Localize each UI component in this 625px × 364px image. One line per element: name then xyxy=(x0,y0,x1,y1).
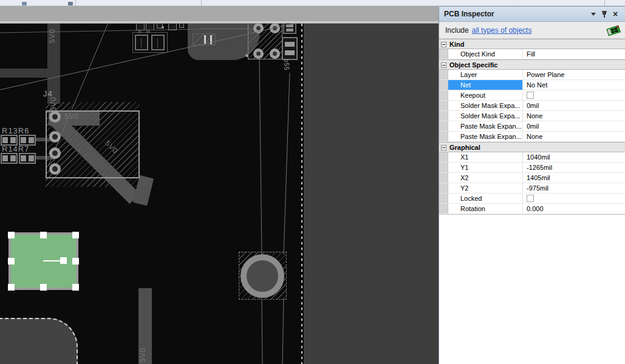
property-row-locked[interactable]: Locked xyxy=(439,194,625,204)
property-row-solder-mask-expa[interactable]: Solder Mask Expa...None xyxy=(439,111,625,121)
connector-pad-3[interactable] xyxy=(49,147,61,159)
property-value[interactable]: 0mil xyxy=(522,101,625,110)
include-types-link[interactable]: all types of objects xyxy=(472,26,606,35)
section-header-object-specific[interactable]: Object Specific xyxy=(439,59,625,70)
net-label-5v0[interactable]: 5V0 xyxy=(49,96,58,111)
property-value[interactable]: -975mil xyxy=(522,183,625,193)
property-row-paste-mask-expan[interactable]: Paste Mask Expan...None xyxy=(439,132,625,142)
collapse-icon[interactable] xyxy=(441,62,446,68)
property-label[interactable]: Y2 xyxy=(448,183,522,193)
component-pad[interactable] xyxy=(286,24,293,27)
connector-pad-2[interactable] xyxy=(49,131,61,143)
property-label[interactable]: Net xyxy=(448,80,522,90)
connector-pad-1[interactable] xyxy=(49,111,61,123)
property-value[interactable]: 1040mil xyxy=(522,152,625,162)
property-row-solder-mask-expa[interactable]: Solder Mask Expa...0mil xyxy=(439,101,625,111)
component-small[interactable] xyxy=(283,24,296,34)
checkbox-keepout[interactable] xyxy=(527,92,534,99)
property-row-x1[interactable]: X11040mil xyxy=(439,152,625,163)
component-2pad[interactable] xyxy=(282,37,298,60)
property-row-keepout[interactable]: Keepout xyxy=(439,90,625,101)
property-label[interactable]: Layer xyxy=(448,70,522,79)
selection-handle[interactable] xyxy=(8,284,15,291)
panel-titlebar[interactable]: PCB Inspector × xyxy=(439,7,625,22)
property-value[interactable]: None xyxy=(522,111,625,121)
property-row-x2[interactable]: X21405mil xyxy=(439,173,625,183)
section-header-kind[interactable]: Kind xyxy=(439,39,625,49)
property-label[interactable]: Solder Mask Expa... xyxy=(448,111,522,121)
selected-fill-object[interactable] xyxy=(11,235,76,288)
panel-menu-button[interactable] xyxy=(589,9,598,19)
selection-handle[interactable] xyxy=(8,232,15,238)
selection-handle[interactable] xyxy=(8,258,15,265)
net-label-5v0[interactable]: 5V0 xyxy=(64,112,79,121)
component-pad[interactable] xyxy=(285,42,295,47)
pcb-editor-canvas[interactable]: 5V05V05V05V05V0J4R13R6R14R7b55 xyxy=(0,24,439,364)
property-label[interactable]: Paste Mask Expan... xyxy=(448,121,522,131)
rotation-handle[interactable] xyxy=(60,257,67,264)
property-value[interactable]: -1265mil xyxy=(522,163,625,172)
selection-handle[interactable] xyxy=(72,258,79,265)
rect-pad[interactable] xyxy=(151,35,165,50)
resistor-r7[interactable] xyxy=(19,153,36,164)
tiny-component[interactable] xyxy=(146,24,154,30)
net-label-5v0[interactable]: 5V0 xyxy=(138,348,147,362)
property-value[interactable]: 0.000 xyxy=(522,204,625,214)
designator-label-r14r7[interactable]: R14R7 xyxy=(2,144,29,153)
property-label[interactable]: Locked xyxy=(448,194,522,203)
rect-pad[interactable] xyxy=(135,35,148,50)
property-label[interactable]: X1 xyxy=(448,152,522,162)
tiny-component[interactable] xyxy=(179,24,184,28)
property-label[interactable]: Solder Mask Expa... xyxy=(448,101,522,110)
designator-label-j4[interactable]: J4 xyxy=(43,89,53,98)
small-hatched-pad[interactable] xyxy=(193,33,216,46)
tiny-component[interactable] xyxy=(168,24,177,30)
selection-handle[interactable] xyxy=(72,232,79,238)
component-pad[interactable] xyxy=(253,49,264,59)
property-label[interactable]: Rotation xyxy=(448,204,522,214)
component-pad[interactable] xyxy=(286,29,293,32)
property-value[interactable] xyxy=(522,194,625,203)
tiny-component[interactable] xyxy=(136,24,145,30)
component-4pad[interactable] xyxy=(248,24,282,59)
property-label[interactable]: Keepout xyxy=(448,90,522,100)
panel-pin-button[interactable] xyxy=(599,9,609,19)
panel-close-button[interactable]: × xyxy=(610,9,620,19)
property-row-rotation[interactable]: Rotation0.000 xyxy=(439,204,625,214)
power-plane-region[interactable] xyxy=(304,24,439,364)
property-value[interactable]: 1405mil xyxy=(522,173,625,183)
property-row-paste-mask-expan[interactable]: Paste Mask Expan...0mil xyxy=(439,121,625,132)
property-row-object-kind[interactable]: Object KindFill xyxy=(439,49,625,59)
property-value[interactable] xyxy=(522,90,625,100)
collapse-icon[interactable] xyxy=(441,42,446,47)
property-label[interactable]: X2 xyxy=(448,173,522,183)
property-value[interactable]: None xyxy=(522,132,625,141)
net-label-5v0[interactable]: 5V0 xyxy=(48,29,56,43)
property-row-y1[interactable]: Y1-1265mil xyxy=(439,163,625,173)
component-pad[interactable] xyxy=(270,24,280,33)
connector-pad-4[interactable] xyxy=(49,163,61,175)
component-pad[interactable] xyxy=(270,49,280,59)
collapse-icon[interactable] xyxy=(441,145,446,150)
property-row-layer[interactable]: LayerPower Plane xyxy=(439,70,625,80)
via-pad[interactable] xyxy=(241,254,284,298)
toolbar-icon[interactable] xyxy=(68,2,73,5)
property-value[interactable]: Power Plane xyxy=(522,70,625,79)
property-value[interactable]: No Net xyxy=(522,80,625,90)
property-label[interactable]: Object Kind xyxy=(448,49,522,59)
selection-handle[interactable] xyxy=(40,232,47,238)
toolbar-icon[interactable] xyxy=(22,2,27,5)
property-label[interactable]: Y1 xyxy=(448,163,522,172)
checkbox-locked[interactable] xyxy=(527,195,534,202)
resistor-r14[interactable] xyxy=(1,153,18,164)
trace-5v0-horizontal[interactable] xyxy=(0,69,60,78)
component-pad[interactable] xyxy=(285,50,295,55)
designator-label-b55[interactable]: b55 xyxy=(283,59,290,71)
property-value[interactable]: Fill xyxy=(522,49,625,59)
property-row-y2[interactable]: Y2-975mil xyxy=(439,183,625,194)
rounded-copper-region[interactable] xyxy=(0,318,78,364)
property-value[interactable]: 0mil xyxy=(522,121,625,131)
selection-handle[interactable] xyxy=(72,284,79,291)
section-header-graphical[interactable]: Graphical xyxy=(439,142,625,152)
designator-label-r13r6[interactable]: R13R6 xyxy=(2,126,29,135)
